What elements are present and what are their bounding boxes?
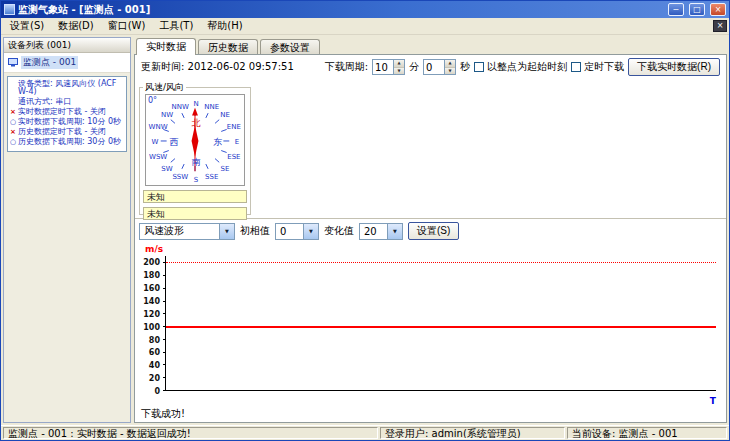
minutes-input[interactable]: [373, 60, 393, 74]
cycle-label: 下载周期:: [325, 60, 368, 74]
close-button[interactable]: ×: [710, 3, 726, 16]
compass-direction-label: E: [235, 138, 239, 146]
compass-direction-label: WNW: [149, 123, 168, 131]
tab-2[interactable]: 历史数据: [198, 39, 258, 55]
checkbox-icon[interactable]: [571, 62, 581, 72]
seconds-input[interactable]: [424, 60, 444, 74]
device-info-text: 设备类型: 风速风向仪 (ACFW-4): [18, 80, 124, 96]
y-tick-label: 60: [149, 348, 160, 357]
monitor-icon: [8, 58, 18, 67]
compass-direction-label: SW: [161, 165, 172, 173]
tab-3[interactable]: 参数设置: [260, 39, 320, 55]
mdi-close-button[interactable]: ×: [713, 20, 727, 32]
y-tick-label: 20: [149, 374, 160, 383]
compass-direction-label: N: [193, 100, 198, 108]
chevron-down-icon[interactable]: ▼: [303, 224, 318, 239]
checkbox-icon[interactable]: [474, 62, 484, 72]
download-status-text: 下载成功!: [135, 407, 726, 422]
device-info-text: 历史数据下载周期: 30分 0秒: [18, 138, 124, 146]
wind-group-title: 风速/风向: [143, 81, 186, 94]
update-time-label: 更新时间: 2012-06-02 09:57:51: [141, 60, 294, 74]
title-bar: 监测气象站 - [监测点 - 001] ─ □ ×: [1, 1, 729, 18]
menu-item[interactable]: 窗口(W): [101, 18, 153, 34]
minimize-button[interactable]: ─: [668, 3, 684, 16]
device-info-item: 设备类型: 风速风向仪 (ACFW-4): [10, 80, 124, 96]
wind-direction-value: 未知: [143, 207, 247, 220]
degree-readout: 0°: [148, 96, 157, 105]
y-tick-mark: [163, 313, 166, 314]
wave-type-value: 风速波形: [140, 224, 219, 238]
compass-direction-label: ENE: [227, 123, 241, 131]
compass-direction-label: NE: [220, 111, 230, 119]
compass-direction-label: ESE: [227, 153, 240, 161]
toolbar-row: 更新时间: 2012-06-02 09:57:51 下载周期: ▲ ▼ 分: [135, 55, 726, 79]
set-button[interactable]: 设置(S): [408, 222, 459, 240]
y-tick-label: 120: [143, 309, 160, 318]
menu-item[interactable]: 设置(S): [3, 18, 51, 34]
tab-strip: 实时数据历史数据参数设置: [134, 37, 727, 54]
y-tick-label: 0: [154, 387, 160, 396]
y-tick-mark: [163, 275, 166, 276]
align-start-label: 以整点为起始时刻: [487, 60, 567, 74]
spin-up-icon[interactable]: ▲: [445, 60, 455, 68]
spin-down-icon[interactable]: ▼: [394, 68, 404, 75]
status-device: 当前设备: 监测点 - 001: [567, 427, 727, 439]
window-title: 监测气象站 - [监测点 - 001]: [18, 3, 663, 17]
delta-label: 变化值: [324, 224, 354, 238]
seconds-unit-label: 秒: [460, 60, 470, 74]
download-realtime-button[interactable]: 下载实时数据(R): [628, 58, 720, 76]
wave-type-select[interactable]: 风速波形 ▼: [139, 223, 235, 240]
x-axis-end-label: T: [710, 396, 716, 406]
cardinal-south: 南: [192, 156, 201, 169]
phase-select[interactable]: 0 ▼: [275, 223, 319, 240]
tree-item-station[interactable]: 监测点 - 001: [8, 55, 130, 70]
clock-icon: ○: [10, 118, 18, 126]
tab-1[interactable]: 实时数据: [136, 38, 196, 55]
compass-direction-label: NW: [161, 111, 173, 119]
device-tree: 监测点 - 001: [4, 53, 130, 73]
spin-down-icon[interactable]: ▼: [445, 68, 455, 75]
app-icon: [4, 4, 15, 15]
main-area: 实时数据历史数据参数设置 更新时间: 2012-06-02 09:57:51 下…: [134, 37, 727, 423]
menu-item[interactable]: 工具(T): [152, 18, 200, 34]
device-info-text: 实时数据定时下载 - 关闭: [18, 108, 124, 116]
y-tick-label: 80: [149, 335, 160, 344]
y-axis-labels: 200180160140120100806040200: [137, 256, 163, 391]
y-tick-mark: [163, 301, 166, 302]
app-window: 监测气象站 - [监测点 - 001] ─ □ × 设置(S)数据(D)窗口(W…: [0, 0, 730, 441]
device-info-item: ○历史数据下载周期: 30分 0秒: [10, 138, 124, 146]
cross-icon: ×: [10, 108, 18, 116]
maximize-button[interactable]: □: [689, 3, 705, 16]
status-message: 监测点 - 001 : 实时数据 - 数据返回成功!: [3, 427, 378, 439]
spin-up-icon[interactable]: ▲: [394, 60, 404, 68]
y-tick-mark: [163, 390, 166, 391]
status-user: 登录用户: admin(系统管理员): [380, 427, 565, 439]
menu-item[interactable]: 数据(D): [51, 18, 101, 34]
align-start-checkbox[interactable]: 以整点为起始时刻: [474, 60, 567, 74]
lower-section: 风速波形 ▼ 初相值 0 ▼ 变化值 20 ▼ 设置(S): [135, 219, 726, 422]
device-info-list: 设备类型: 风速风向仪 (ACFW-4)通讯方式: 串口×实时数据定时下载 - …: [7, 76, 127, 152]
y-axis-unit-label: m/s: [145, 244, 163, 254]
wind-speed-chart: m/s 200180160140120100806040200 T: [137, 243, 720, 407]
y-tick-mark: [163, 288, 166, 289]
timed-download-checkbox[interactable]: 定时下载: [571, 60, 624, 74]
chevron-down-icon[interactable]: ▼: [387, 224, 402, 239]
device-info-item: ×历史数据定时下载 - 关闭: [10, 128, 124, 136]
compass: 0° 北 南 东 西 NNNENEENEEESESESSESSSWSWWSWWW…: [145, 94, 245, 186]
compass-direction-label: NNW: [172, 103, 189, 111]
client-area: 设备列表 (001) 监测点 - 001 设备类型: 风速风向仪 (ACFW-4…: [1, 35, 729, 425]
phase-label: 初相值: [240, 224, 270, 238]
compass-direction-label: S: [194, 176, 198, 184]
menu-item[interactable]: 帮助(H): [200, 18, 249, 34]
cardinal-north: 北: [192, 117, 201, 130]
y-tick-label: 200: [143, 258, 160, 267]
realtime-tab-page: 更新时间: 2012-06-02 09:57:51 下载周期: ▲ ▼ 分: [134, 54, 727, 423]
chevron-down-icon[interactable]: ▼: [219, 224, 234, 239]
minutes-unit-label: 分: [409, 60, 419, 74]
y-tick-label: 100: [143, 322, 160, 331]
delta-select[interactable]: 20 ▼: [359, 223, 403, 240]
y-tick-label: 140: [143, 297, 160, 306]
plot-area: [165, 256, 716, 391]
device-info-item: ×实时数据定时下载 - 关闭: [10, 108, 124, 116]
wind-group: 风速/风向 0° 北 南 东 西 NNNENEENEEESESESSESSSWS…: [139, 81, 251, 215]
